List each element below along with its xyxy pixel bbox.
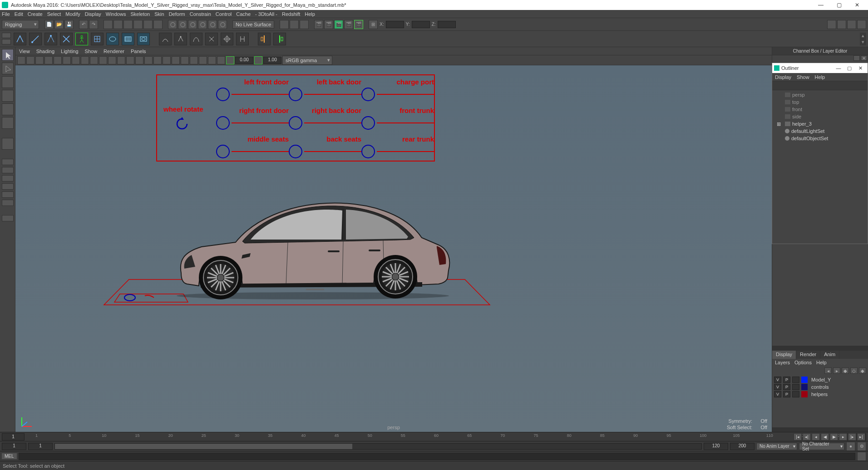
outliner-item-helper3[interactable]: ⊞helper_3 (772, 120, 868, 127)
layer-row[interactable]: V P Model_Y (774, 376, 866, 383)
time-slider[interactable]: 1 15101520253035404550556065707580859095… (0, 432, 868, 441)
select-hier-button[interactable] (133, 20, 143, 29)
layer-color-swatch[interactable] (801, 377, 808, 383)
lasso-tool[interactable] (2, 63, 14, 74)
shelf-cluster-icon[interactable] (106, 33, 119, 45)
render-settings-button[interactable]: 🎬 (314, 20, 323, 29)
vp-xray-joints[interactable] (217, 56, 225, 64)
command-input[interactable] (19, 453, 855, 460)
rig-control-front-trunk[interactable] (361, 116, 434, 130)
snap-view-button[interactable]: ◯ (218, 20, 227, 29)
outliner-item-side[interactable]: side (772, 113, 868, 120)
snap-point-button[interactable]: ◯ (188, 20, 197, 29)
rig-control-charge-port[interactable] (361, 88, 434, 101)
layer-move-up-button[interactable]: ◂ (824, 367, 832, 374)
vp-aa[interactable] (190, 56, 198, 64)
layer-name[interactable]: helpers (809, 392, 866, 397)
menu-cache[interactable]: Cache (236, 11, 251, 17)
vp-shadows[interactable] (153, 56, 162, 64)
shelf-ikspline-icon[interactable] (190, 33, 202, 45)
redo-button[interactable]: ↷ (89, 20, 98, 29)
shelf-tab-down[interactable] (2, 39, 11, 44)
vp-dof[interactable] (181, 56, 189, 64)
vp-xray[interactable] (208, 56, 216, 64)
step-forward-button[interactable]: ▸ (839, 433, 847, 441)
layer-move-down-button[interactable]: ▸ (833, 367, 840, 374)
snap-curve-button[interactable]: ◯ (178, 20, 187, 29)
open-scene-button[interactable]: 📂 (54, 20, 64, 29)
layer-tab-anim[interactable]: Anim (820, 351, 839, 359)
anim-layer-dropdown[interactable]: No Anim Layer (756, 443, 797, 450)
vp-safe-title[interactable] (108, 56, 116, 64)
shelf-wire-icon[interactable] (122, 33, 134, 45)
layer-tab-render[interactable]: Render (796, 351, 820, 359)
shelf-blend-icon[interactable] (137, 33, 150, 45)
render-view-button[interactable]: 🎬 (324, 20, 333, 29)
outliner-item-front[interactable]: front (772, 106, 868, 113)
layer-type[interactable] (792, 391, 799, 397)
goto-end-button[interactable]: ▸| (857, 433, 865, 441)
layer-new-icon[interactable]: ◆ (842, 367, 849, 374)
range-start-field[interactable]: 1 (2, 443, 26, 450)
layout-four[interactable] (2, 167, 14, 173)
shelf-bind-icon[interactable] (236, 33, 249, 45)
rotate-tool[interactable] (2, 103, 14, 115)
layer-name[interactable]: controls (809, 384, 866, 390)
vp-exposure-field[interactable]: 0.00 (235, 57, 253, 64)
undo-button[interactable]: ↶ (79, 20, 88, 29)
layer-color-swatch[interactable] (801, 391, 808, 397)
menu-windows[interactable]: Windows (106, 11, 126, 17)
maximize-button[interactable]: ▢ (830, 2, 848, 8)
menu-constrain[interactable]: Constrain (190, 11, 211, 17)
channel-hscroll[interactable] (772, 346, 868, 350)
x-field[interactable] (386, 21, 404, 28)
outliner-item-persp[interactable]: persp (772, 91, 868, 98)
tool-settings-button[interactable] (847, 20, 856, 29)
attribute-editor-button[interactable] (837, 20, 846, 29)
layer-tab-display[interactable]: Display (772, 351, 796, 359)
menu-file[interactable]: File (2, 11, 10, 17)
outliner-menu-help[interactable]: Help (815, 74, 825, 80)
save-scene-button[interactable]: 💾 (64, 20, 74, 29)
layer-menu-layers[interactable]: Layers (775, 360, 790, 365)
layer-menu-help[interactable]: Help (816, 360, 827, 365)
menu-deform[interactable]: Deform (169, 11, 185, 17)
rig-control-left-back-door[interactable] (289, 88, 361, 101)
step-back-key-button[interactable]: ◂| (803, 433, 811, 441)
time-start-field[interactable]: 1 (2, 433, 25, 441)
goto-start-button[interactable]: |◂ (794, 433, 802, 441)
layer-type[interactable] (792, 377, 799, 383)
auto-key-button[interactable]: ● (846, 442, 855, 451)
vp-res-gate[interactable] (72, 56, 80, 64)
last-tool[interactable] (2, 138, 14, 150)
render-frame-button[interactable] (290, 20, 299, 29)
vp-2d-pan[interactable] (44, 56, 53, 64)
viewport-3d[interactable]: wheel rotate left front door right front… (15, 65, 772, 432)
rig-control-right-front-door[interactable] (216, 116, 289, 130)
layer-playback[interactable]: P (783, 384, 790, 390)
vp-smooth[interactable] (126, 56, 134, 64)
lasso-button[interactable] (113, 20, 123, 29)
move-tool[interactable] (2, 90, 14, 102)
vp-menu-panels[interactable]: Panels (131, 49, 146, 54)
shelf-tab-up[interactable] (2, 33, 11, 38)
shelf-scroll-up[interactable]: ▴ (860, 33, 866, 39)
range-end-field[interactable]: 200 (730, 443, 755, 450)
snap-grid-button[interactable]: ◯ (168, 20, 177, 29)
wheel-rotate-control[interactable] (174, 116, 190, 132)
layer-visibility[interactable]: V (774, 384, 781, 390)
vp-bookmark[interactable] (26, 56, 35, 64)
play-back-button[interactable]: ◀ (821, 433, 829, 441)
rig-control-middle-seats[interactable] (216, 145, 289, 158)
layout-two-h[interactable] (2, 175, 14, 181)
channel-box-button[interactable] (857, 20, 866, 29)
prefs-button[interactable]: ⚙ (857, 442, 866, 451)
vp-menu-renderer[interactable]: Renderer (104, 49, 124, 54)
vp-motion-blur[interactable] (172, 56, 180, 64)
vp-image-plane[interactable] (35, 56, 44, 64)
vp-textured[interactable] (135, 56, 143, 64)
menu-edit[interactable]: Edit (15, 11, 23, 17)
panel-layout-button[interactable]: ⊞ (369, 20, 378, 29)
layer-visibility[interactable]: V (774, 377, 781, 383)
layer-hscroll[interactable] (772, 427, 868, 432)
